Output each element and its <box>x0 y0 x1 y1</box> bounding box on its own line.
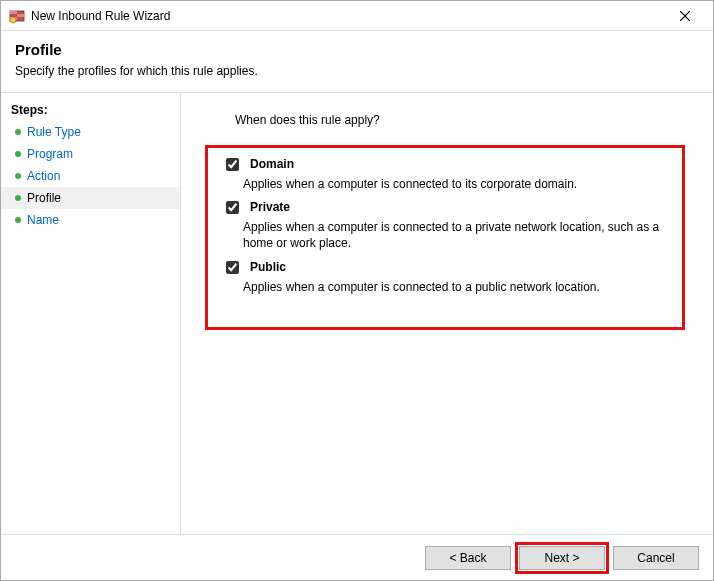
checkbox-label: Domain <box>250 157 294 171</box>
svg-point-4 <box>10 17 16 23</box>
profile-option-domain: Domain <box>222 157 668 174</box>
svg-rect-2 <box>17 14 24 17</box>
step-label: Profile <box>27 191 61 205</box>
checkbox-label: Private <box>250 200 290 214</box>
checkbox-description: Applies when a computer is connected to … <box>243 176 668 192</box>
step-bullet-icon <box>15 217 21 223</box>
close-button[interactable] <box>665 2 705 30</box>
step-label: Name <box>27 213 59 227</box>
footer: < Back Next > Cancel <box>1 534 713 580</box>
next-button[interactable]: Next > <box>519 546 605 570</box>
window-title: New Inbound Rule Wizard <box>31 9 170 23</box>
step-bullet-icon <box>15 129 21 135</box>
wizard-window: New Inbound Rule Wizard Profile Specify … <box>0 0 714 581</box>
checkbox-description: Applies when a computer is connected to … <box>243 219 668 251</box>
firewall-icon <box>9 8 25 24</box>
step-label: Action <box>27 169 60 183</box>
checkbox-private[interactable] <box>226 201 239 214</box>
step-bullet-icon <box>15 151 21 157</box>
close-icon <box>680 11 690 21</box>
back-button[interactable]: < Back <box>425 546 511 570</box>
profile-option-public: Public <box>222 260 668 277</box>
checkbox-label: Public <box>250 260 286 274</box>
step-label: Rule Type <box>27 125 81 139</box>
step-program[interactable]: Program <box>1 143 180 165</box>
checkbox-public[interactable] <box>226 261 239 274</box>
titlebar: New Inbound Rule Wizard <box>1 1 713 31</box>
page-title: Profile <box>15 41 699 58</box>
steps-heading: Steps: <box>1 99 180 121</box>
page-subtitle: Specify the profiles for which this rule… <box>15 64 699 78</box>
checkbox-description: Applies when a computer is connected to … <box>243 279 668 295</box>
content-pane: When does this rule apply? DomainApplies… <box>181 93 713 534</box>
steps-sidebar: Steps: Rule TypeProgramActionProfileName <box>1 93 181 534</box>
prompt-text: When does this rule apply? <box>205 107 689 145</box>
cancel-button[interactable]: Cancel <box>613 546 699 570</box>
header: Profile Specify the profiles for which t… <box>1 31 713 93</box>
step-rule-type[interactable]: Rule Type <box>1 121 180 143</box>
profiles-group: DomainApplies when a computer is connect… <box>205 145 685 330</box>
step-bullet-icon <box>15 173 21 179</box>
profile-option-private: Private <box>222 200 668 217</box>
step-action[interactable]: Action <box>1 165 180 187</box>
checkbox-domain[interactable] <box>226 158 239 171</box>
step-bullet-icon <box>15 195 21 201</box>
step-profile[interactable]: Profile <box>1 187 180 209</box>
svg-rect-1 <box>10 11 17 14</box>
step-name[interactable]: Name <box>1 209 180 231</box>
step-label: Program <box>27 147 73 161</box>
